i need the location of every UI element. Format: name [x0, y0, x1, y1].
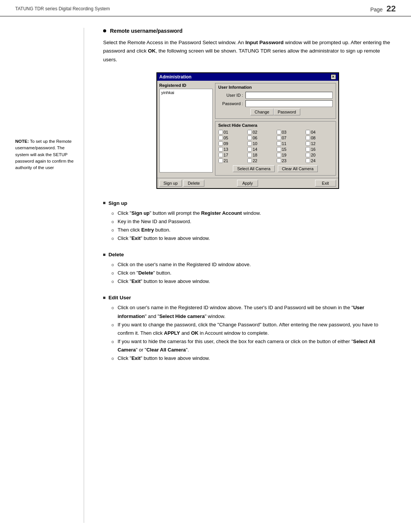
camera-checkbox-11: 11: [277, 141, 304, 146]
camera-01-checkbox[interactable]: [218, 130, 223, 134]
edit-user-title: Edit User: [108, 295, 131, 300]
list-item: If you want to hide the cameras for this…: [111, 337, 392, 354]
camera-24-checkbox[interactable]: [306, 158, 310, 163]
registered-id-panel: Registered ID yinhkai: [159, 83, 213, 176]
camera-checkbox-14: 14: [247, 147, 274, 152]
edit-user-header: Edit User: [103, 295, 392, 300]
camera-group: Select Hide Camera 01 02 03 04 05 06 07 …: [215, 121, 336, 176]
delete-list: Click on the user's name in the Register…: [103, 260, 392, 286]
clear-all-camera-button[interactable]: Clear All Camera: [278, 165, 318, 172]
list-item: Click on the user's name in the Register…: [111, 260, 392, 269]
camera-checkbox-03: 03: [277, 130, 304, 134]
list-item: Key in the New ID and Password.: [111, 217, 392, 226]
intro-paragraph: Select the Remote Access in the Password…: [103, 38, 392, 64]
right-content: Remote username/password Select the Remo…: [84, 28, 411, 523]
delete-bullet: [103, 254, 105, 256]
edit-user-list: Click on user's name in the Registered I…: [103, 304, 392, 363]
camera-23-checkbox[interactable]: [277, 158, 281, 163]
user-info-group: User Information User ID : Password : Ch…: [215, 83, 336, 119]
change-button[interactable]: Change: [250, 109, 274, 115]
edit-user-section: Edit User Click on user's name in the Re…: [103, 295, 392, 363]
sign-up-button[interactable]: Sign up: [159, 180, 182, 187]
section-header: Remote username/password: [103, 28, 392, 34]
camera-checkbox-07: 07: [277, 136, 304, 140]
note-bold: NOTE:: [15, 139, 29, 144]
footer-exit: Exit: [278, 180, 336, 187]
list-item: Click "Exit" button to leave above windo…: [111, 277, 392, 286]
sign-up-section: Sign up Click "Sign up" button will prom…: [103, 200, 392, 243]
apply-button[interactable]: Apply: [237, 180, 258, 187]
admin-body: Registered ID yinhkai User Information U…: [157, 81, 338, 178]
camera-12-checkbox[interactable]: [306, 141, 310, 146]
camera-checkbox-21: 21: [218, 158, 245, 163]
camera-checkbox-16: 16: [306, 147, 333, 152]
user-id-row: User ID :: [218, 92, 333, 99]
page-header: TATUNG TDR series Digital Recording Syst…: [0, 0, 411, 16]
left-sidebar: NOTE: To set up the Remote username/pass…: [0, 28, 84, 523]
camera-checkbox-15: 15: [277, 147, 304, 152]
camera-16-checkbox[interactable]: [306, 147, 310, 152]
camera-13-checkbox[interactable]: [218, 147, 223, 152]
edit-user-bullet: [103, 297, 105, 299]
list-item: Click "Exit" button to leave above windo…: [111, 234, 392, 243]
camera-checkbox-24: 24: [306, 158, 333, 163]
camera-action-row: Select All Camera Clear All Camera: [218, 165, 333, 172]
user-id-input[interactable]: [245, 92, 333, 99]
camera-11-checkbox[interactable]: [277, 141, 281, 146]
camera-10-checkbox[interactable]: [247, 141, 252, 146]
list-item: Click "Sign up" button will prompt the R…: [111, 209, 392, 217]
change-password-row: Change Password: [218, 109, 333, 115]
camera-checkbox-20: 20: [306, 153, 333, 157]
camera-05-checkbox[interactable]: [218, 136, 223, 140]
admin-titlebar: Administration ×: [157, 73, 338, 81]
list-item: Click on user's name in the Registered I…: [111, 304, 392, 320]
camera-08-checkbox[interactable]: [306, 136, 310, 140]
camera-checkbox-02: 02: [247, 130, 274, 134]
close-icon[interactable]: ×: [331, 74, 336, 80]
camera-03-checkbox[interactable]: [277, 130, 281, 134]
camera-09-checkbox[interactable]: [218, 141, 223, 146]
camera-04-checkbox[interactable]: [306, 130, 310, 134]
select-all-camera-button[interactable]: Select All Camera: [233, 165, 274, 172]
camera-06-checkbox[interactable]: [247, 136, 252, 140]
camera-checkbox-09: 09: [218, 141, 245, 146]
camera-19-checkbox[interactable]: [277, 153, 281, 157]
id-list[interactable]: yinhkai: [159, 89, 213, 173]
right-panels: User Information User ID : Password : Ch…: [215, 83, 336, 176]
main-content: NOTE: To set up the Remote username/pass…: [0, 16, 411, 523]
camera-14-checkbox[interactable]: [247, 147, 252, 152]
note-text: NOTE: To set up the Remote username/pass…: [15, 138, 76, 171]
delete-title: Delete: [108, 252, 124, 257]
sign-up-bullet: [103, 202, 105, 204]
exit-button[interactable]: Exit: [315, 180, 336, 187]
camera-checkbox-06: 06: [247, 136, 274, 140]
list-item[interactable]: yinhkai: [161, 90, 212, 95]
camera-checkbox-13: 13: [218, 147, 245, 152]
delete-section: Delete Click on the user's name in the R…: [103, 252, 392, 286]
password-input[interactable]: [245, 100, 333, 107]
section-bullet: [103, 29, 106, 32]
admin-title: Administration: [159, 74, 192, 80]
camera-02-checkbox[interactable]: [247, 130, 252, 134]
camera-group-title: Select Hide Camera: [218, 123, 333, 128]
camera-15-checkbox[interactable]: [277, 147, 281, 152]
camera-grid: 01 02 03 04 05 06 07 08 09 10 11 12: [218, 130, 333, 163]
camera-21-checkbox[interactable]: [218, 158, 223, 163]
registered-id-label: Registered ID: [159, 83, 213, 88]
camera-checkbox-01: 01: [218, 130, 245, 134]
list-item: Then click Entry button.: [111, 226, 392, 234]
section-title: Remote username/password: [110, 28, 183, 34]
delete-button[interactable]: Delete: [183, 180, 204, 187]
camera-07-checkbox[interactable]: [277, 136, 281, 140]
camera-17-checkbox[interactable]: [218, 153, 223, 157]
list-item: Click "Exit" button to leave above windo…: [111, 354, 392, 363]
password-button[interactable]: Password: [274, 109, 300, 115]
camera-checkbox-23: 23: [277, 158, 304, 163]
camera-20-checkbox[interactable]: [306, 153, 310, 157]
sign-up-list: Click "Sign up" button will prompt the R…: [103, 209, 392, 243]
camera-18-checkbox[interactable]: [247, 153, 252, 157]
page-number: 22: [387, 4, 396, 13]
camera-22-checkbox[interactable]: [247, 158, 252, 163]
camera-checkbox-17: 17: [218, 153, 245, 157]
list-item: Click on "Delete" button.: [111, 269, 392, 277]
